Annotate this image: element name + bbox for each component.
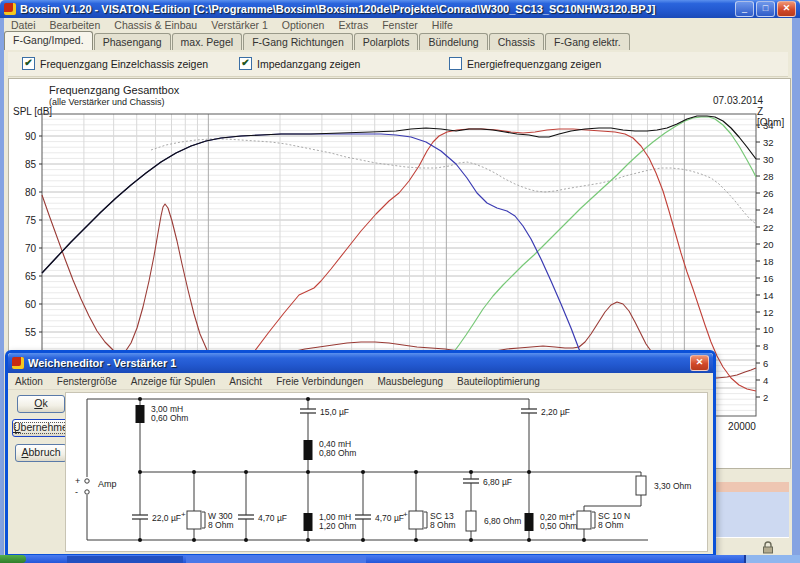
- window-border-right: [792, 18, 800, 555]
- svg-text:0,80 Ohm: 0,80 Ohm: [319, 448, 356, 458]
- svg-text:70: 70: [25, 243, 37, 254]
- close-button[interactable]: ✕: [777, 1, 796, 17]
- tab-fgang-elektr[interactable]: F-Gang elektr.: [545, 33, 630, 50]
- svg-text:Amp: Amp: [98, 479, 117, 489]
- svg-text:0,60 Ohm: 0,60 Ohm: [151, 413, 188, 423]
- tab-polarplots[interactable]: Polarplots: [354, 33, 419, 50]
- weicheneditor-dialog: Weicheneditor - Verstärker 1 ✕ Aktion Fe…: [5, 350, 716, 557]
- svg-text:10: 10: [763, 324, 774, 335]
- dlg-menu-bauteiloptimierung[interactable]: Bauteiloptimierung: [450, 376, 547, 387]
- svg-text:30: 30: [763, 154, 774, 165]
- checkbox-label: Frequenzgang Einzelchassis zeigen: [40, 58, 208, 70]
- dlg-menu-freie-verbindungen[interactable]: Freie Verbindungen: [269, 376, 370, 387]
- window-title: Boxsim V1.20 - VISATON-Edition [C:\Progr…: [20, 3, 735, 15]
- menu-optionen[interactable]: Optionen: [275, 19, 332, 31]
- dialog-title: Weicheneditor - Verstärker 1: [28, 357, 690, 369]
- checkbox-row: ✔ Frequenzgang Einzelchassis zeigen ✔ Im…: [8, 52, 788, 77]
- svg-text:+: +: [403, 510, 408, 519]
- svg-text:6: 6: [763, 358, 768, 369]
- svg-text:+: +: [75, 476, 80, 486]
- svg-text:2: 2: [763, 392, 768, 403]
- svg-text:8 Ohm: 8 Ohm: [598, 520, 624, 530]
- svg-text:0,50 Ohm: 0,50 Ohm: [540, 521, 577, 531]
- checkbox-mark: ✔: [239, 57, 252, 70]
- dialog-button-column: Ok Übernehmen Abbruch: [8, 390, 65, 552]
- checkbox-einzelchassis[interactable]: ✔ Frequenzgang Einzelchassis zeigen: [22, 57, 208, 70]
- dlg-menu-anzeige-spulen[interactable]: Anzeige für Spulen: [124, 376, 223, 387]
- checkbox-mark: ✔: [449, 57, 462, 70]
- svg-text:8 Ohm: 8 Ohm: [208, 520, 234, 530]
- svg-text:12: 12: [763, 307, 774, 318]
- svg-text:24: 24: [763, 205, 774, 216]
- svg-text:18: 18: [763, 256, 774, 267]
- tab-phasengang[interactable]: Phasengang: [94, 33, 171, 50]
- crossover-circuit-canvas[interactable]: 3,00 mH0,60 Ohm22,0 µF+W 3008 Ohm4,70 µF…: [65, 392, 708, 552]
- taskbar-item[interactable]: [186, 556, 366, 563]
- lock-icon[interactable]: [760, 541, 776, 554]
- menu-verstaerker[interactable]: Verstärker 1: [204, 19, 275, 31]
- menu-datei[interactable]: Datei: [4, 19, 43, 31]
- svg-text:+: +: [181, 510, 186, 519]
- menu-extras[interactable]: Extras: [331, 19, 375, 31]
- uebernehmen-button[interactable]: Übernehmen: [12, 419, 70, 437]
- svg-text:28: 28: [763, 171, 774, 182]
- maximize-button[interactable]: □: [756, 1, 775, 17]
- taskbar-item[interactable]: [67, 556, 183, 563]
- dialog-close-button[interactable]: ✕: [690, 355, 709, 371]
- tab-fgang-richtungen[interactable]: F-Gang Richtungen: [243, 33, 353, 50]
- svg-text:4,70 µF: 4,70 µF: [258, 513, 287, 523]
- tab-buendelung[interactable]: Bündelung: [419, 33, 487, 50]
- svg-text:3,30 Ohm: 3,30 Ohm: [654, 481, 691, 491]
- main-titlebar[interactable]: Boxsim V1.20 - VISATON-Edition [C:\Progr…: [0, 0, 800, 18]
- checkbox-label: Impedanzgang zeigen: [257, 58, 360, 70]
- checkbox-label: Energiefrequenzgang zeigen: [467, 58, 601, 70]
- menu-chassis-einbau[interactable]: Chassis & Einbau: [107, 19, 204, 31]
- taskbar: [0, 555, 800, 563]
- svg-text:-: -: [75, 487, 78, 497]
- svg-text:14: 14: [763, 290, 774, 301]
- svg-text:22,0 µF: 22,0 µF: [152, 513, 181, 523]
- tab-max-pegel[interactable]: max. Pegel: [172, 33, 243, 50]
- svg-text:32: 32: [763, 137, 774, 148]
- svg-text:8 Ohm: 8 Ohm: [430, 520, 456, 530]
- dlg-menu-ansicht[interactable]: Ansicht: [222, 376, 269, 387]
- dlg-menu-fenstergroesse[interactable]: Fenstergröße: [50, 376, 124, 387]
- svg-text:1,20 Ohm: 1,20 Ohm: [319, 521, 356, 531]
- menu-hilfe[interactable]: Hilfe: [425, 19, 460, 31]
- tab-chassis[interactable]: Chassis: [489, 33, 544, 50]
- start-button[interactable]: [0, 555, 26, 563]
- checkbox-impedanzgang[interactable]: ✔ Impedanzgang zeigen: [239, 57, 360, 70]
- menu-bearbeiten[interactable]: Bearbeiten: [43, 19, 108, 31]
- svg-text:20: 20: [763, 239, 774, 250]
- checkbox-energiefrequenzgang[interactable]: ✔ Energiefrequenzgang zeigen: [449, 57, 601, 70]
- svg-text:85: 85: [25, 159, 37, 170]
- svg-text:60: 60: [25, 299, 37, 310]
- svg-text:75: 75: [25, 215, 37, 226]
- dialog-icon: [12, 357, 24, 369]
- svg-text:4,70 µF: 4,70 µF: [375, 513, 404, 523]
- svg-text:6,80 µF: 6,80 µF: [483, 477, 512, 487]
- svg-text:15,0 µF: 15,0 µF: [320, 407, 349, 417]
- svg-text:2,20 µF: 2,20 µF: [541, 407, 570, 417]
- svg-text:26: 26: [763, 188, 774, 199]
- dialog-titlebar[interactable]: Weicheneditor - Verstärker 1 ✕: [8, 353, 713, 373]
- dlg-menu-aktion[interactable]: Aktion: [8, 376, 50, 387]
- ok-button[interactable]: Ok: [17, 395, 65, 413]
- dialog-menubar: Aktion Fenstergröße Anzeige für Spulen A…: [8, 373, 713, 390]
- system-tray[interactable]: [744, 555, 800, 563]
- svg-text:55: 55: [25, 327, 37, 338]
- dialog-body: Ok Übernehmen Abbruch 3,00 mH0,60 Ohm22,…: [8, 390, 713, 552]
- svg-text:20000: 20000: [728, 421, 756, 432]
- svg-text:90: 90: [25, 131, 37, 142]
- menu-fenster[interactable]: Fenster: [375, 19, 425, 31]
- svg-text:16: 16: [763, 273, 774, 284]
- abbruch-button[interactable]: Abbruch: [15, 444, 67, 462]
- app-icon: [4, 3, 16, 15]
- minimize-button[interactable]: _: [735, 1, 754, 17]
- main-menubar: Datei Bearbeiten Chassis & Einbau Verstä…: [4, 18, 794, 32]
- dlg-menu-mausbelegung[interactable]: Mausbelegung: [370, 376, 450, 387]
- tab-fgang-imped[interactable]: F-Gang/Imped.: [4, 31, 93, 50]
- svg-text:22: 22: [763, 222, 774, 233]
- svg-text:6,80 Ohm: 6,80 Ohm: [484, 516, 521, 526]
- svg-text:8: 8: [763, 341, 768, 352]
